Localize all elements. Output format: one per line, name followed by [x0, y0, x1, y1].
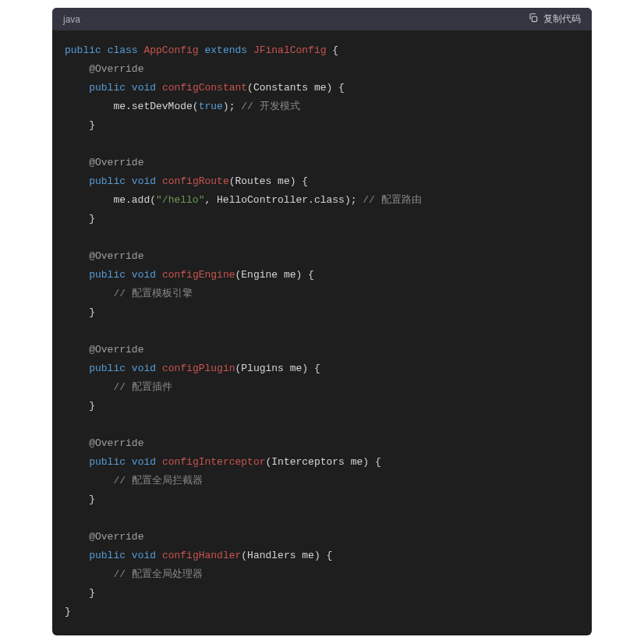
kw-public: public [89, 456, 126, 468]
brace: } [65, 119, 95, 131]
comment: // 配置路由 [363, 194, 421, 206]
copy-label: 复制代码 [543, 12, 581, 26]
kw-public: public [89, 363, 126, 374]
comment: // 配置模板引擎 [65, 288, 193, 299]
fn-configPlugin: configPlugin [162, 363, 235, 374]
annotation: @Override [89, 531, 143, 543]
kw-public: public [89, 269, 126, 281]
annotation: @Override [89, 250, 143, 262]
class-name: AppConfig [143, 44, 198, 56]
brace: } [65, 213, 95, 225]
kw-void: void [132, 363, 156, 374]
fn-configHandler: configHandler [162, 550, 241, 561]
kw-void: void [132, 82, 156, 94]
comment: // 开发模式 [241, 101, 299, 112]
brace: } [65, 400, 95, 412]
fn-configInterceptor: configInterceptor [162, 456, 266, 468]
brace: } [65, 587, 95, 599]
annotation: @Override [89, 63, 143, 75]
line: ); [223, 101, 241, 112]
fn-configConstant: configConstant [162, 82, 247, 94]
literal-true: true [199, 101, 223, 112]
line: , HelloController.class); [204, 194, 363, 206]
kw-void: void [132, 269, 156, 281]
line: me.setDevMode( [65, 101, 199, 112]
kw-void: void [132, 550, 156, 561]
kw-public: public [65, 44, 101, 56]
kw-void: void [132, 175, 156, 187]
kw-extends: extends [204, 44, 247, 56]
code-header: java 复制代码 [52, 8, 592, 30]
params: (Engine me) { [235, 269, 314, 281]
comment: // 配置全局处理器 [65, 568, 203, 580]
kw-class: class [108, 44, 138, 56]
comment: // 配置全局拦截器 [65, 475, 203, 487]
kw-public: public [89, 175, 126, 187]
copy-code-button[interactable]: 复制代码 [528, 12, 581, 26]
svg-rect-0 [532, 16, 536, 21]
brace: } [65, 494, 95, 505]
params: (Plugins me) { [235, 363, 320, 374]
copy-icon [528, 12, 539, 26]
fn-configEngine: configEngine [162, 269, 235, 281]
kw-public: public [89, 550, 126, 561]
code-block: java 复制代码 public class AppConfig extends… [52, 8, 592, 635]
annotation: @Override [89, 157, 143, 168]
params: (Handlers me) { [241, 550, 332, 561]
brace-close-class: } [65, 606, 71, 617]
line: me.add( [65, 194, 156, 206]
base-class: JFinalConfig [253, 44, 327, 56]
string: "/hello" [156, 194, 204, 206]
fn-configRoute: configRoute [162, 175, 229, 187]
annotation: @Override [89, 344, 143, 356]
params: (Routes me) { [229, 175, 308, 187]
annotation: @Override [89, 437, 143, 449]
comment: // 配置插件 [65, 381, 172, 393]
params: (Constants me) { [247, 82, 345, 94]
code-body[interactable]: public class AppConfig extends JFinalCon… [52, 30, 592, 635]
params: (Interceptors me) { [266, 456, 381, 468]
kw-public: public [89, 82, 126, 94]
brace: } [65, 306, 95, 318]
kw-void: void [132, 456, 156, 468]
language-label: java [63, 14, 80, 25]
